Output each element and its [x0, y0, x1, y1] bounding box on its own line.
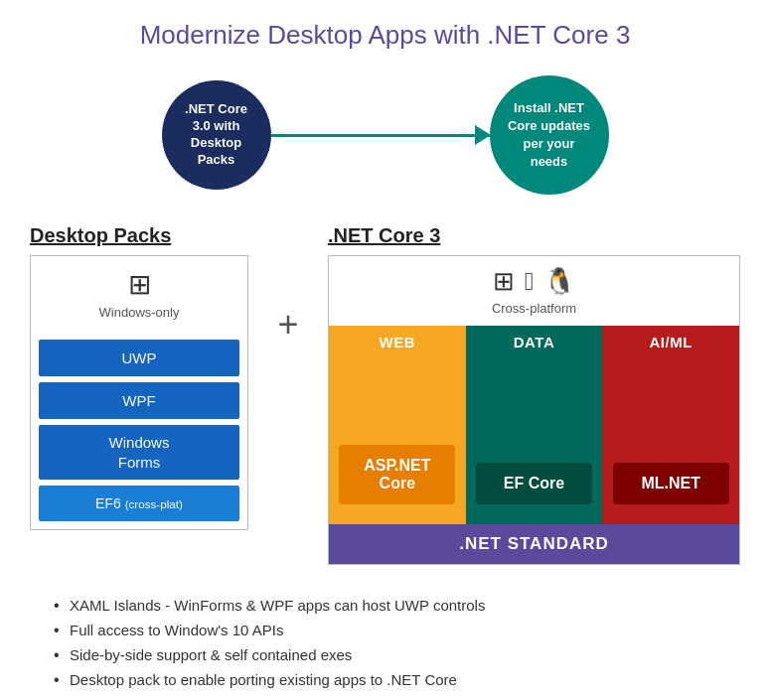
data-label: DATA [514, 326, 554, 356]
left-items: UWP WPF WindowsForms EF6 (cross-plat) [31, 332, 247, 529]
apple-os-icon:  [525, 266, 535, 297]
arrow-section: .NET Core3.0 withDesktopPacks Install .N… [30, 75, 740, 195]
cross-platform-text: Cross-platform [492, 301, 576, 316]
windows-only-text: Windows-only [43, 305, 235, 320]
aiml-label: AI/ML [650, 326, 693, 356]
bullet-item-4: Desktop pack to enable porting existing … [50, 671, 720, 688]
efcore-badge: EF Core [476, 463, 592, 504]
cross-platform-header: ⊞  🐧 Cross-platform [329, 256, 739, 326]
net-core3-box: ⊞  🐧 Cross-platform WEB ASP.NETCore DAT… [328, 255, 740, 565]
ef6-btn: EF6 (cross-plat) [39, 486, 239, 521]
net-core3-column: .NET Core 3 ⊞  🐧 Cross-platform WEB ASP… [328, 224, 740, 565]
plus-sign: + [268, 304, 308, 346]
windows-only-header: ⊞ Windows-only [31, 256, 247, 332]
windows-forms-btn: WindowsForms [39, 425, 239, 480]
wpf-btn: WPF [39, 382, 239, 419]
mlnet-badge: ML.NET [613, 463, 729, 504]
page-title: Modernize Desktop Apps with .NET Core 3 [30, 20, 740, 51]
bullet-list: XAML Islands - WinForms & WPF apps can h… [30, 585, 740, 700]
desktop-packs-heading: Desktop Packs [30, 224, 248, 247]
web-label: WEB [380, 326, 416, 356]
diagram-section: Desktop Packs ⊞ Windows-only UWP WPF Win… [30, 224, 740, 565]
net-standard-bar: .NET STANDARD [329, 524, 739, 564]
bullet-item-2: Full access to Window's 10 APIs [50, 622, 720, 638]
bullet-item-3: Side-by-side support & self contained ex… [50, 646, 720, 663]
circle-left: .NET Core3.0 withDesktopPacks [162, 80, 271, 190]
web-column: WEB ASP.NETCore [329, 326, 466, 524]
circle-right: Install .NETCore updatesper yourneeds [490, 75, 609, 195]
os-icons: ⊞  🐧 [493, 266, 576, 297]
net-core3-heading: .NET Core 3 [328, 224, 740, 247]
bullet-item-1: XAML Islands - WinForms & WPF apps can h… [50, 597, 720, 614]
uwp-btn: UWP [39, 340, 239, 376]
right-columns: WEB ASP.NETCore DATA EF Core AI/ML ML.NE… [329, 326, 739, 524]
desktop-packs-column: Desktop Packs ⊞ Windows-only UWP WPF Win… [30, 224, 248, 530]
aiml-column: AI/ML ML.NET [602, 326, 739, 524]
desktop-packs-box: ⊞ Windows-only UWP WPF WindowsForms EF6 … [30, 255, 248, 530]
windows-os-icon: ⊞ [493, 266, 515, 297]
linux-os-icon: 🐧 [543, 266, 575, 297]
aspnet-badge: ASP.NETCore [339, 445, 455, 504]
data-column: DATA EF Core [466, 326, 603, 524]
windows-icon: ⊞ [43, 268, 235, 301]
arrow-line [271, 134, 490, 137]
